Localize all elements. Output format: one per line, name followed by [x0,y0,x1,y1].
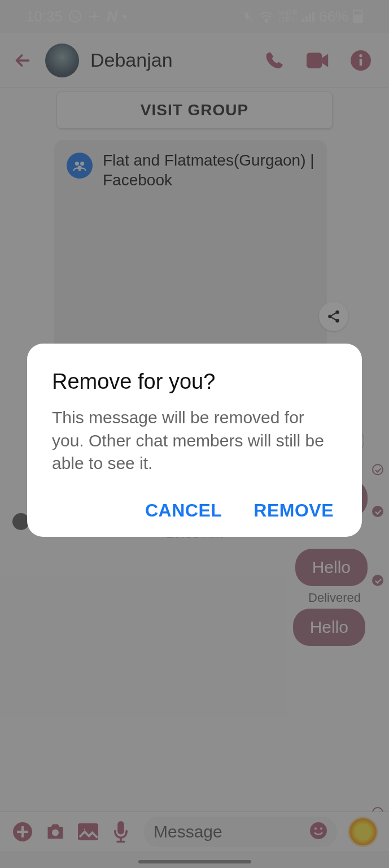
dialog-body: This message will be removed for you. Ot… [52,406,337,475]
cancel-button[interactable]: CANCEL [145,500,222,521]
dialog-title: Remove for you? [52,370,337,394]
remove-confirm-dialog: Remove for you? This message will be rem… [27,344,362,537]
remove-button[interactable]: REMOVE [253,500,334,521]
